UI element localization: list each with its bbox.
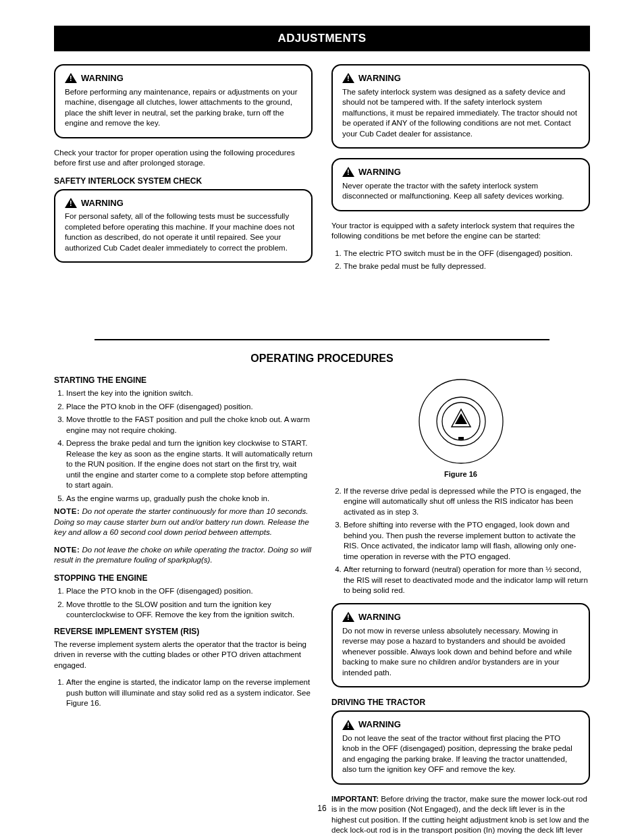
list-item: Depress the brake pedal and turn the ign…: [66, 438, 313, 491]
warning-label: WARNING: [358, 611, 401, 623]
warning-label: WARNING: [81, 197, 124, 209]
top-left-column: WARNING Before performing any maintenanc…: [54, 64, 313, 275]
top-columns: WARNING Before performing any maintenanc…: [54, 64, 590, 275]
warning-icon: [342, 720, 354, 730]
warning-text: Never operate the tractor with the safet…: [342, 181, 579, 202]
driving-heading: DRIVING THE TRACTOR: [331, 697, 590, 708]
note-2: NOTE: Do not leave the choke on while op…: [54, 545, 313, 566]
page-number: 16: [0, 803, 644, 814]
warning-head: WARNING: [342, 719, 579, 731]
interlock-intro: Your tractor is equipped with a safety i…: [331, 221, 590, 242]
ris-heading: REVERSE IMPLEMENT SYSTEM (RIS): [54, 626, 313, 637]
stopping-step-list: Place the PTO knob in the OFF (disengage…: [54, 586, 313, 621]
note-label: NOTE:: [54, 546, 80, 554]
note-text: Do not leave the choke on while operatin…: [54, 546, 311, 565]
list-item: Move throttle to the FAST position and p…: [66, 415, 313, 436]
figure-16-illustration: [417, 377, 505, 465]
header-bar: ADJUSTMENTS: [54, 26, 590, 51]
warning-box-2: WARNING For personal safety, all of the …: [54, 189, 313, 263]
list-item: Place the PTO knob in the OFF (disengage…: [66, 586, 313, 597]
list-item: The brake pedal must be fully depressed.: [344, 261, 590, 272]
warning-box-3: WARNING The safety interlock system was …: [331, 64, 590, 149]
warning-box-4: WARNING Never operate the tractor with t…: [331, 158, 590, 211]
warning-text: Do not leave the seat of the tractor wit…: [342, 733, 579, 775]
top-right-column: WARNING The safety interlock system was …: [331, 64, 590, 275]
warning-head: WARNING: [65, 72, 302, 84]
note-1: NOTE: Do not operate the starter continu…: [54, 506, 313, 538]
warning-text: Do not mow in reverse unless absolutely …: [342, 626, 579, 679]
important-label: IMPORTANT:: [331, 795, 379, 803]
bottom-columns: STARTING THE ENGINE Insert the key into …: [54, 375, 590, 834]
list-item: Insert the key into the ignition switch.: [66, 388, 313, 399]
list-item: Place the PTO knob in the OFF (disengage…: [66, 402, 313, 413]
warning-label: WARNING: [358, 72, 401, 84]
stopping-heading: STOPPING THE ENGINE: [54, 573, 313, 583]
important-note: IMPORTANT: Before driving the tractor, m…: [331, 794, 590, 834]
list-item: The electric PTO switch must be in the O…: [344, 249, 590, 259]
list-item: After the engine is started, the indicat…: [66, 677, 313, 709]
warning-head: WARNING: [65, 197, 302, 209]
warning-icon: [65, 198, 77, 208]
starting-step-list: Insert the key into the ignition switch.…: [54, 388, 313, 504]
note-text: Do not operate the starter continuously …: [54, 507, 309, 536]
warning-label: WARNING: [358, 719, 401, 731]
operating-procedures-title: OPERATING PROCEDURES: [54, 351, 590, 366]
starting-heading: STARTING THE ENGINE: [54, 375, 313, 386]
list-item: Before shifting into reverse with the PT…: [344, 520, 590, 562]
header-title: ADJUSTMENTS: [278, 31, 367, 47]
warning-box-1: WARNING Before performing any maintenanc…: [54, 64, 313, 138]
interlock-step-list: The electric PTO switch must be in the O…: [331, 249, 590, 272]
bottom-right-column: Figure 16 If the reverse drive pedal is …: [331, 375, 590, 834]
warning-icon: [342, 73, 354, 83]
warning-head: WARNING: [342, 166, 579, 178]
warning-text: For personal safety, all of the followin…: [65, 211, 302, 253]
warning-icon: [342, 612, 354, 622]
warning-label: WARNING: [358, 166, 401, 178]
warning-text: Before performing any maintenance, repai…: [65, 87, 302, 129]
note-label: NOTE:: [54, 507, 80, 515]
warning-head: WARNING: [342, 72, 579, 84]
warning-box-5: WARNING Do not mow in reverse unless abs…: [331, 603, 590, 687]
warning-label: WARNING: [81, 72, 124, 84]
warning-icon: [65, 73, 77, 83]
svg-rect-3: [458, 437, 464, 440]
list-item: As the engine warms up, gradually push t…: [66, 494, 313, 504]
section-divider: [95, 339, 549, 340]
bottom-left-column: STARTING THE ENGINE Insert the key into …: [54, 375, 313, 834]
figure-caption: Figure 16: [331, 469, 590, 479]
warning-box-6: WARNING Do not leave the seat of the tra…: [331, 710, 590, 785]
warning-head: WARNING: [342, 611, 579, 623]
warning-icon: [342, 167, 354, 177]
list-item: After returning to forward (neutral) ope…: [344, 565, 590, 596]
list-item: If the reverse drive pedal is depressed …: [344, 486, 590, 518]
list-item: Move throttle to the SLOW position and t…: [66, 600, 313, 621]
ris-step-list-right: If the reverse drive pedal is depressed …: [331, 486, 590, 596]
intro-paragraph: Check your tractor for proper operation …: [54, 148, 313, 169]
ris-paragraph: The reverse implement system alerts the …: [54, 640, 313, 671]
interlock-heading: SAFETY INTERLOCK SYSTEM CHECK: [54, 176, 313, 186]
warning-text: The safety interlock system was designed…: [342, 87, 579, 140]
ris-step-list-left: After the engine is started, the indicat…: [54, 677, 313, 709]
